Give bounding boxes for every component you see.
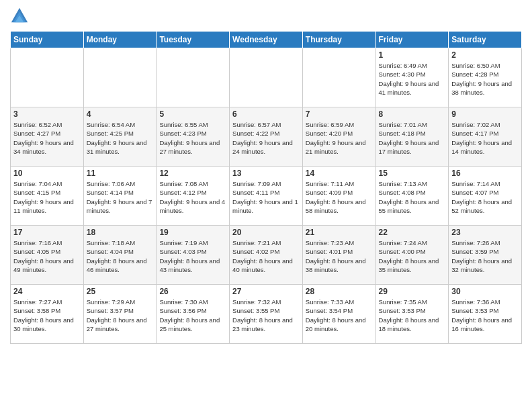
day-number: 24 [13, 287, 81, 296]
day-number: 25 [87, 287, 154, 296]
calendar-cell: 12Sunrise: 7:08 AMSunset: 4:12 PMDayligh… [157, 167, 230, 226]
day-info: Sunrise: 6:50 AMSunset: 4:28 PMDaylight:… [451, 61, 519, 97]
day-info: Sunrise: 7:19 AMSunset: 4:03 PMDaylight:… [159, 238, 226, 274]
calendar-cell: 14Sunrise: 7:11 AMSunset: 4:09 PMDayligh… [302, 167, 375, 226]
day-info: Sunrise: 6:55 AMSunset: 4:23 PMDaylight:… [159, 120, 226, 156]
day-info: Sunrise: 7:27 AMSunset: 3:58 PMDaylight:… [13, 298, 81, 333]
day-number: 28 [306, 287, 373, 296]
calendar-cell: 22Sunrise: 7:24 AMSunset: 4:00 PMDayligh… [375, 226, 449, 285]
calendar-cell [302, 48, 375, 107]
calendar-page: SundayMondayTuesdayWednesdayThursdayFrid… [0, 0, 532, 411]
calendar-table: SundayMondayTuesdayWednesdayThursdayFrid… [10, 31, 522, 344]
calendar-week-1: 1Sunrise: 6:49 AMSunset: 4:30 PMDaylight… [11, 48, 522, 107]
calendar-cell: 26Sunrise: 7:30 AMSunset: 3:56 PMDayligh… [157, 285, 230, 344]
day-number: 14 [306, 169, 373, 178]
day-number: 2 [451, 50, 519, 60]
day-info: Sunrise: 6:54 AMSunset: 4:25 PMDaylight:… [87, 120, 154, 156]
weekday-header-friday: Friday [375, 32, 449, 48]
day-number: 26 [159, 287, 226, 296]
calendar-cell: 28Sunrise: 7:33 AMSunset: 3:54 PMDayligh… [302, 285, 375, 344]
calendar-cell: 1Sunrise: 6:49 AMSunset: 4:30 PMDaylight… [375, 48, 449, 107]
calendar-cell: 25Sunrise: 7:29 AMSunset: 3:57 PMDayligh… [83, 285, 157, 344]
calendar-cell: 10Sunrise: 7:04 AMSunset: 4:15 PMDayligh… [11, 167, 84, 226]
day-number: 18 [87, 228, 154, 237]
logo-icon [10, 7, 29, 26]
calendar-body: 1Sunrise: 6:49 AMSunset: 4:30 PMDaylight… [11, 48, 522, 344]
calendar-cell: 16Sunrise: 7:14 AMSunset: 4:07 PMDayligh… [449, 167, 522, 226]
calendar-cell: 13Sunrise: 7:09 AMSunset: 4:11 PMDayligh… [230, 167, 303, 226]
day-info: Sunrise: 7:16 AMSunset: 4:05 PMDaylight:… [13, 238, 81, 274]
day-number: 19 [159, 228, 226, 237]
calendar-cell: 4Sunrise: 6:54 AMSunset: 4:25 PMDaylight… [83, 107, 157, 167]
day-number: 13 [232, 169, 300, 178]
day-info: Sunrise: 7:08 AMSunset: 4:12 PMDaylight:… [159, 179, 226, 215]
day-info: Sunrise: 7:35 AMSunset: 3:53 PMDaylight:… [379, 298, 446, 333]
day-info: Sunrise: 7:01 AMSunset: 4:18 PMDaylight:… [379, 120, 446, 156]
day-number: 6 [232, 109, 300, 119]
calendar-cell: 27Sunrise: 7:32 AMSunset: 3:55 PMDayligh… [230, 285, 303, 344]
weekday-header-wednesday: Wednesday [230, 32, 303, 48]
day-info: Sunrise: 7:23 AMSunset: 4:01 PMDaylight:… [306, 238, 373, 274]
weekday-header-sunday: Sunday [11, 32, 84, 48]
day-number: 21 [306, 228, 373, 237]
day-info: Sunrise: 7:33 AMSunset: 3:54 PMDaylight:… [306, 298, 373, 333]
day-number: 16 [451, 169, 519, 178]
day-number: 11 [87, 169, 154, 178]
day-number: 3 [13, 109, 81, 119]
calendar-cell [157, 48, 230, 107]
day-info: Sunrise: 6:59 AMSunset: 4:20 PMDaylight:… [306, 120, 373, 156]
day-number: 7 [306, 109, 373, 119]
calendar-cell: 19Sunrise: 7:19 AMSunset: 4:03 PMDayligh… [157, 226, 230, 285]
day-info: Sunrise: 7:21 AMSunset: 4:02 PMDaylight:… [232, 238, 300, 274]
day-info: Sunrise: 6:57 AMSunset: 4:22 PMDaylight:… [232, 120, 300, 156]
calendar-cell [83, 48, 157, 107]
calendar-header: SundayMondayTuesdayWednesdayThursdayFrid… [11, 32, 522, 48]
calendar-cell: 9Sunrise: 7:02 AMSunset: 4:17 PMDaylight… [449, 107, 522, 167]
day-number: 22 [379, 228, 446, 237]
day-info: Sunrise: 7:09 AMSunset: 4:11 PMDaylight:… [232, 179, 300, 215]
day-number: 8 [379, 109, 446, 119]
calendar-cell: 2Sunrise: 6:50 AMSunset: 4:28 PMDaylight… [449, 48, 522, 107]
day-number: 17 [13, 228, 81, 237]
calendar-cell: 15Sunrise: 7:13 AMSunset: 4:08 PMDayligh… [375, 167, 449, 226]
calendar-cell: 5Sunrise: 6:55 AMSunset: 4:23 PMDaylight… [157, 107, 230, 167]
calendar-cell: 8Sunrise: 7:01 AMSunset: 4:18 PMDaylight… [375, 107, 449, 167]
day-info: Sunrise: 7:32 AMSunset: 3:55 PMDaylight:… [232, 298, 300, 333]
day-info: Sunrise: 7:29 AMSunset: 3:57 PMDaylight:… [87, 298, 154, 333]
calendar-cell [230, 48, 303, 107]
day-info: Sunrise: 7:26 AMSunset: 3:59 PMDaylight:… [451, 238, 519, 274]
day-number: 27 [232, 287, 300, 296]
day-number: 12 [159, 169, 226, 178]
weekday-header-tuesday: Tuesday [157, 32, 230, 48]
day-number: 29 [379, 287, 446, 296]
weekday-header-saturday: Saturday [449, 32, 522, 48]
day-info: Sunrise: 6:52 AMSunset: 4:27 PMDaylight:… [13, 120, 81, 156]
day-number: 1 [379, 50, 446, 60]
weekday-header-monday: Monday [83, 32, 157, 48]
calendar-cell: 6Sunrise: 6:57 AMSunset: 4:22 PMDaylight… [230, 107, 303, 167]
day-info: Sunrise: 7:06 AMSunset: 4:14 PMDaylight:… [87, 179, 154, 215]
day-number: 23 [451, 228, 519, 237]
calendar-cell [11, 48, 84, 107]
day-info: Sunrise: 7:13 AMSunset: 4:08 PMDaylight:… [379, 179, 446, 215]
day-info: Sunrise: 7:30 AMSunset: 3:56 PMDaylight:… [159, 298, 226, 333]
weekday-row: SundayMondayTuesdayWednesdayThursdayFrid… [11, 32, 522, 48]
calendar-cell: 3Sunrise: 6:52 AMSunset: 4:27 PMDaylight… [11, 107, 84, 167]
day-number: 4 [87, 109, 154, 119]
calendar-cell: 7Sunrise: 6:59 AMSunset: 4:20 PMDaylight… [302, 107, 375, 167]
day-number: 5 [159, 109, 226, 119]
day-info: Sunrise: 7:36 AMSunset: 3:53 PMDaylight:… [451, 298, 519, 333]
calendar-cell: 30Sunrise: 7:36 AMSunset: 3:53 PMDayligh… [449, 285, 522, 344]
calendar-cell: 18Sunrise: 7:18 AMSunset: 4:04 PMDayligh… [83, 226, 157, 285]
logo [10, 7, 30, 26]
calendar-week-5: 24Sunrise: 7:27 AMSunset: 3:58 PMDayligh… [11, 285, 522, 344]
day-info: Sunrise: 7:24 AMSunset: 4:00 PMDaylight:… [379, 238, 446, 274]
calendar-cell: 23Sunrise: 7:26 AMSunset: 3:59 PMDayligh… [449, 226, 522, 285]
day-info: Sunrise: 7:11 AMSunset: 4:09 PMDaylight:… [306, 179, 373, 215]
calendar-week-2: 3Sunrise: 6:52 AMSunset: 4:27 PMDaylight… [11, 107, 522, 167]
page-header [10, 7, 522, 26]
calendar-cell: 11Sunrise: 7:06 AMSunset: 4:14 PMDayligh… [83, 167, 157, 226]
day-info: Sunrise: 7:02 AMSunset: 4:17 PMDaylight:… [451, 120, 519, 156]
day-number: 10 [13, 169, 81, 178]
day-number: 30 [451, 287, 519, 296]
